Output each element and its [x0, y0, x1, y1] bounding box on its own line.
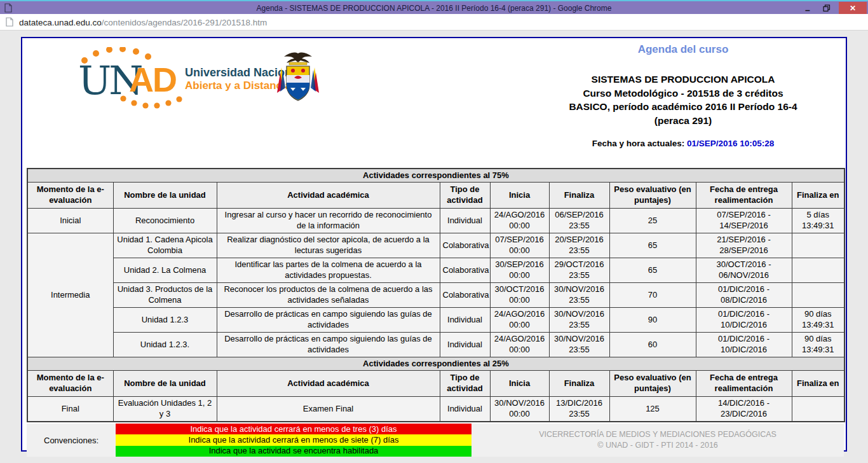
course-header: Agenda del curso SISTEMAS DE PRODUCCION …	[524, 43, 842, 148]
cell-inicia: 24/AGO/2016 00:00	[490, 333, 549, 357]
cell-peso: 25	[609, 209, 696, 233]
cell-actividad: Ingresar al curso y hacer un recorrido d…	[217, 209, 440, 233]
cell-tipo: Individual	[440, 333, 490, 357]
cell-finaliza-en	[792, 397, 844, 422]
cell-inicia: 30/SEP/2016 00:00	[490, 258, 549, 283]
column-header: Inicia	[490, 371, 549, 397]
minimize-button[interactable]: –	[798, 2, 817, 15]
footer-line-1: VICERRECTORÍA DE MEDIOS Y MEDIACIONES PE…	[539, 429, 776, 440]
column-header: Fecha de entrega realimentación	[696, 371, 792, 397]
cell-unidad: Evaluación Unidades 1, 2 y 3	[113, 397, 217, 422]
restore-button[interactable]	[817, 2, 836, 15]
cell-momento: Final	[27, 397, 113, 422]
cell-finaliza: 30/NOV/2016 23:55	[549, 308, 609, 333]
window-title: Agenda - SISTEMAS DE PRODUCCION APICOLA …	[0, 3, 868, 14]
cell-fecha-realimentacion: 01/DIC/2016 - 10/DIC/2016	[696, 308, 792, 333]
column-header: Momento de la e-evaluación	[27, 371, 113, 397]
section-band-header: Actividades correspondientes al 75%	[27, 169, 844, 183]
window-controls: – ✕	[798, 2, 867, 15]
table-row: IntermediaUnidad 1. Cadena Apicola Colom…	[27, 233, 844, 258]
legend-item: Indica que la actividad cerrará en menos…	[116, 434, 471, 445]
cell-actividad: Desarrollo de prácticas en campo siguien…	[217, 308, 440, 333]
agenda-table: Actividades correspondientes al 75%Momen…	[27, 168, 845, 422]
window-titlebar: Agenda - SISTEMAS DE PRODUCCION APICOLA …	[0, 0, 868, 14]
cell-unidad: Unidad 1.2.3	[113, 308, 217, 333]
cell-inicia: 07/SEP/2016 00:00	[490, 233, 549, 258]
table-row: Unidad 1.2.3.Desarrollo de prácticas en …	[27, 333, 844, 357]
footer-line-2: © UNAD - GIDT - PTI 2014 - 2016	[597, 440, 718, 451]
column-header: Actividad académica	[217, 371, 440, 397]
cell-peso: 60	[609, 333, 696, 357]
logo-ad-text: AD	[129, 62, 176, 97]
cell-unidad: Unidad 1.2.3.	[113, 333, 217, 357]
cell-finaliza-en	[792, 233, 844, 258]
cell-peso: 70	[609, 283, 696, 308]
legend-label: Convenciones:	[27, 424, 116, 457]
legend-item: Indica que la actividad se encuentra hab…	[116, 446, 471, 457]
cell-finaliza: 20/SEP/2016 23:55	[549, 233, 609, 258]
cell-tipo: Colaborativa	[440, 233, 490, 258]
legend-row: Convenciones: Indica que la actividad ce…	[27, 424, 844, 457]
datetime-value: 01/SEP/2016 10:05:28	[687, 139, 774, 148]
cell-momento: Intermedia	[27, 233, 113, 357]
cell-inicia: 24/AGO/2016 00:00	[490, 308, 549, 333]
cell-unidad: Unidad 2. La Colmena	[113, 258, 217, 283]
cell-peso: 65	[609, 258, 696, 283]
cell-fecha-realimentacion: 01/DIC/2016 - 08/DIC/2016	[696, 283, 792, 308]
close-button[interactable]: ✕	[839, 2, 867, 15]
table-row: FinalEvaluación Unidades 1, 2 y 3Examen …	[27, 397, 844, 422]
column-header: Nombre de la unidad	[113, 183, 217, 209]
cell-peso: 65	[609, 233, 696, 258]
cell-peso: 90	[609, 308, 696, 333]
restore-icon	[823, 4, 831, 12]
column-header: Finaliza	[549, 183, 609, 209]
cell-finaliza: 30/NOV/2016 23:55	[549, 283, 609, 308]
cell-momento: Inicial	[27, 209, 113, 233]
page-content: UN AD Universidad Nacional Abierta y a D…	[21, 37, 847, 452]
cell-tipo: Colaborativa	[440, 258, 490, 283]
cell-tipo: Individual	[440, 308, 490, 333]
unad-logo-letters: UN AD	[78, 47, 181, 108]
agenda-table-body: Actividades correspondientes al 75%Momen…	[27, 169, 844, 422]
cell-finaliza-en: 90 días 13:49:31	[792, 333, 844, 357]
table-row: Unidad 1.2.3Desarrollo de prácticas en c…	[27, 308, 844, 333]
cell-finaliza-en: 90 días 13:49:31	[792, 308, 844, 333]
column-header: Tipo de actividad	[440, 371, 490, 397]
url-host: datateca.unad.edu.co	[19, 18, 102, 27]
cell-actividad: Realizar diagnóstico del sector apicola,…	[217, 233, 440, 258]
column-header: Momento de la e-evaluación	[27, 183, 113, 209]
cell-inicia: 30/OCT/2016 00:00	[490, 283, 549, 308]
address-bar[interactable]: datateca.unad.edu.co/contenidos/agendas/…	[0, 14, 868, 31]
cell-unidad: Reconocimiento	[113, 209, 217, 233]
column-header: Fecha de entrega realimentación	[696, 183, 792, 209]
column-header: Tipo de actividad	[440, 183, 490, 209]
legend-bars: Indica que la actividad cerrará en menos…	[116, 424, 471, 457]
agenda-title: Agenda del curso	[524, 43, 842, 56]
cell-actividad: Reconocer los productos de la colmena de…	[217, 283, 440, 308]
cell-finaliza-en	[792, 283, 844, 308]
cell-actividad: Desarrollo de prácticas en campo siguien…	[217, 333, 440, 357]
table-row: InicialReconocimientoIngresar al curso y…	[27, 209, 844, 233]
table-row: Unidad 3. Productos de la ColmenaReconoc…	[27, 283, 844, 308]
column-header: Finaliza en	[792, 183, 844, 209]
table-row: Unidad 2. La ColmenaIdentificar las part…	[27, 258, 844, 283]
agenda-body: Actividades correspondientes al 75%Momen…	[27, 168, 844, 457]
legend-item: Indica que la actividad cerrará en menos…	[116, 424, 471, 434]
course-line-2: Curso Metodológico - 201518 de 3 crédito…	[524, 86, 842, 100]
logo-dots-arc-bottom-icon	[119, 95, 185, 109]
cell-fecha-realimentacion: 07/SEP/2016 - 14/SEP/2016	[696, 209, 792, 233]
cell-fecha-realimentacion: 01/DIC/2016 - 10/DIC/2016	[696, 333, 792, 357]
section-band-header: Actividades correspondientes al 25%	[27, 357, 844, 371]
cell-tipo: Colaborativa	[440, 283, 490, 308]
cell-inicia: 30/NOV/2016 00:00	[490, 397, 549, 422]
cell-unidad: Unidad 1. Cadena Apicola Colombia	[113, 233, 217, 258]
cell-inicia: 24/AGO/2016 00:00	[490, 209, 549, 233]
cell-actividad: Examen Final	[217, 397, 440, 422]
cell-unidad: Unidad 3. Productos de la Colmena	[113, 283, 217, 308]
cell-fecha-realimentacion: 14/DIC/2016 - 23/DIC/2016	[696, 397, 792, 422]
cell-finaliza: 29/OCT/2016 23:55	[549, 258, 609, 283]
column-header: Finaliza	[549, 371, 609, 397]
colombia-coat-of-arms-icon	[275, 51, 321, 106]
column-header: Peso evaluativo (en puntajes)	[609, 371, 696, 397]
column-header: Peso evaluativo (en puntajes)	[609, 183, 696, 209]
